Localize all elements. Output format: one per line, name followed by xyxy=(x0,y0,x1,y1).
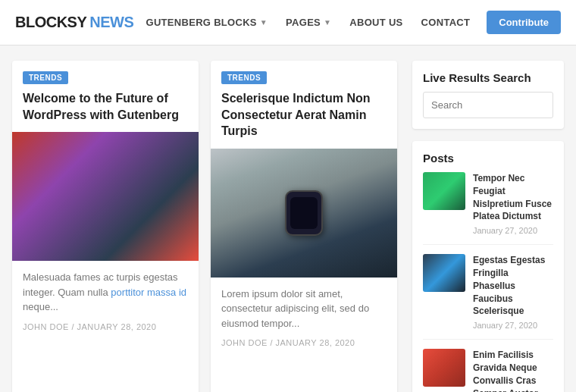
search-input[interactable] xyxy=(424,94,553,116)
search-section-title: Live Results Search xyxy=(423,71,553,84)
site-header: BLOCKSY NEWS GUTENBERG BLOCKS ▼ PAGES ▼ … xyxy=(0,0,576,45)
site-logo[interactable]: BLOCKSY NEWS xyxy=(15,14,133,31)
search-box: 🔍 xyxy=(423,92,553,118)
meta-separator-1: / xyxy=(71,322,77,331)
list-item: Egestas Egestas Fringilla Phasellus Fauc… xyxy=(423,254,553,340)
watch-illustration xyxy=(285,190,323,236)
nav-item-contact[interactable]: CONTACT xyxy=(414,12,478,33)
contribute-button[interactable]: Contribute xyxy=(487,11,561,34)
post-thumbnail-3 xyxy=(423,349,465,387)
post-title-2[interactable]: Egestas Egestas Fringilla Phasellus Fauc… xyxy=(473,254,553,318)
article-card-1: TRENDS Welcome to the Future of WordPres… xyxy=(12,61,199,392)
article-tag-2: TRENDS xyxy=(221,71,267,84)
post-date-2: January 27, 2020 xyxy=(473,321,553,330)
chevron-down-icon: ▼ xyxy=(324,18,331,27)
list-item: Tempor Nec Feugiat Nislpretium Fusce Pla… xyxy=(423,172,553,245)
search-section: Live Results Search 🔍 xyxy=(412,61,564,129)
article-title-2: Scelerisque Indictum Non Consectetur Aer… xyxy=(221,90,387,140)
posts-section-title: Posts xyxy=(423,152,553,165)
excerpt-link-1[interactable]: porttitor massa id xyxy=(111,287,186,298)
article-author-1: JOHN DOE xyxy=(23,322,69,331)
post-thumbnail-2 xyxy=(423,254,465,292)
article-date-1: JANUARY 28, 2020 xyxy=(77,322,157,331)
article-card-2: TRENDS Scelerisque Indictum Non Consecte… xyxy=(211,61,397,392)
article-date-2: JANUARY 28, 2020 xyxy=(276,338,355,347)
article-excerpt-2: Lorem ipsum dolor sit amet, consectetur … xyxy=(221,287,387,331)
list-item: Enim Facilisis Gravida Neque Convallis C… xyxy=(423,349,553,392)
meta-separator-2: / xyxy=(270,338,275,347)
nav-item-pages[interactable]: PAGES ▼ xyxy=(278,12,339,33)
post-info-1: Tempor Nec Feugiat Nislpretium Fusce Pla… xyxy=(473,172,553,235)
post-title-3[interactable]: Enim Facilisis Gravida Neque Convallis C… xyxy=(473,349,553,392)
article-excerpt-1: Malesuada fames ac turpis egestas intege… xyxy=(23,270,188,315)
article-image-1 xyxy=(12,132,199,261)
nav-label-about: ABOUT US xyxy=(349,17,402,28)
article-image-2 xyxy=(211,149,397,278)
post-thumbnail-1 xyxy=(423,172,465,210)
nav-item-gutenberg[interactable]: GUTENBERG BLOCKS ▼ xyxy=(138,12,275,33)
chevron-down-icon: ▼ xyxy=(260,18,268,27)
articles-section: TRENDS Welcome to the Future of WordPres… xyxy=(12,61,397,392)
main-content: TRENDS Welcome to the Future of WordPres… xyxy=(0,45,576,392)
post-info-3: Enim Facilisis Gravida Neque Convallis C… xyxy=(473,349,553,392)
article-meta-1: JOHN DOE / JANUARY 28, 2020 xyxy=(23,322,188,331)
article-author-2: JOHN DOE xyxy=(221,338,268,347)
logo-blocksy: BLOCKSY xyxy=(15,14,86,31)
article-meta-2: JOHN DOE / JANUARY 28, 2020 xyxy=(221,338,387,347)
article-title-1: Welcome to the Future of WordPress with … xyxy=(23,90,188,123)
article-tag-1: TRENDS xyxy=(23,71,68,84)
post-title-1[interactable]: Tempor Nec Feugiat Nislpretium Fusce Pla… xyxy=(473,172,553,223)
post-info-2: Egestas Egestas Fringilla Phasellus Fauc… xyxy=(473,254,553,330)
sidebar: Live Results Search 🔍 Posts Tempor Nec F… xyxy=(412,61,564,392)
post-date-1: January 27, 2020 xyxy=(473,226,553,235)
nav-item-about[interactable]: ABOUT US xyxy=(342,12,410,33)
nav-label-contact: CONTACT xyxy=(421,17,471,28)
watch-screen xyxy=(290,197,318,229)
nav-label-gutenberg: GUTENBERG BLOCKS xyxy=(146,17,256,28)
nav-label-pages: PAGES xyxy=(286,17,321,28)
logo-news: NEWS xyxy=(89,14,133,31)
posts-section: Posts Tempor Nec Feugiat Nislpretium Fus… xyxy=(412,141,564,392)
main-nav: GUTENBERG BLOCKS ▼ PAGES ▼ ABOUT US CONT… xyxy=(138,11,561,34)
